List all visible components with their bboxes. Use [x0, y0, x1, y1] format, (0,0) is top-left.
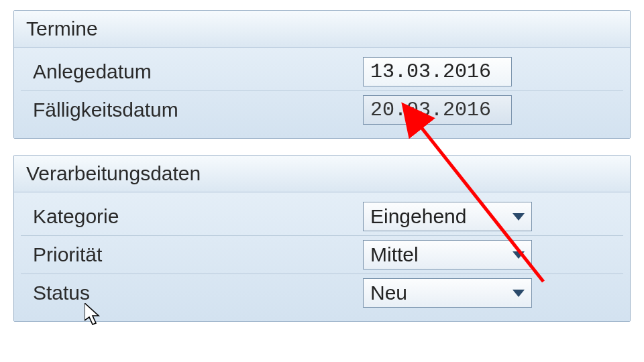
row-kategorie: Kategorie Eingehend	[21, 198, 623, 236]
label-prioritaet: Priorität	[21, 239, 363, 270]
label-status: Status	[21, 278, 363, 308]
label-kategorie: Kategorie	[21, 201, 363, 232]
group-header-termine: Termine	[14, 11, 630, 48]
dropdown-prioritaet[interactable]: Mittel	[363, 240, 532, 269]
group-verarbeitungsdaten: Verarbeitungsdaten Kategorie Eingehend P…	[13, 155, 631, 322]
label-faelligkeitsdatum: Fälligkeitsdatum	[21, 95, 363, 125]
row-anlegedatum: Anlegedatum	[21, 53, 623, 91]
row-prioritaet: Priorität Mittel	[21, 236, 623, 274]
dropdown-kategorie[interactable]: Eingehend	[363, 202, 532, 231]
dropdown-prioritaet-value: Mittel	[370, 243, 419, 266]
row-status: Status Neu	[21, 274, 623, 312]
chevron-down-icon	[513, 251, 525, 259]
group-body-termine: Anlegedatum Fälligkeitsdatum	[14, 48, 630, 138]
label-anlegedatum: Anlegedatum	[21, 56, 363, 87]
dropdown-status-value: Neu	[370, 282, 407, 304]
group-body-verarbeitungsdaten: Kategorie Eingehend Priorität Mittel	[14, 192, 630, 321]
input-anlegedatum[interactable]	[363, 57, 512, 86]
chevron-down-icon	[513, 213, 525, 221]
dropdown-kategorie-value: Eingehend	[370, 205, 466, 228]
input-faelligkeitsdatum[interactable]	[363, 95, 512, 125]
dropdown-status[interactable]: Neu	[363, 278, 532, 308]
group-header-verarbeitungsdaten: Verarbeitungsdaten	[14, 156, 630, 192]
row-faelligkeitsdatum: Fälligkeitsdatum	[21, 91, 623, 129]
group-termine: Termine Anlegedatum Fälligkeitsdatum	[13, 10, 631, 139]
chevron-down-icon	[513, 290, 525, 297]
